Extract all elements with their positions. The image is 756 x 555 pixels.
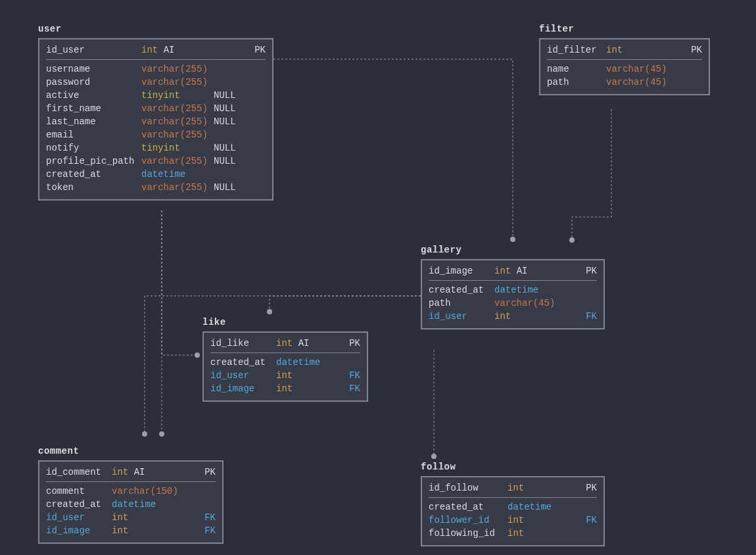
column-row: tokenvarchar(255)NULL [46, 181, 266, 194]
column-key: PK [349, 337, 360, 350]
table-box: id_likeint AIPKcreated_atdatetimeid_user… [202, 331, 368, 402]
column-key: FK [586, 310, 597, 323]
column-type: tinyint [141, 89, 214, 102]
column-row: created_atdatetime [46, 498, 216, 511]
column-name: username [46, 62, 141, 76]
column-ai: AI [293, 337, 309, 350]
column-name: id_user [46, 511, 112, 524]
column-row: passwordvarchar(255) [46, 76, 266, 89]
relation-endpoint-icon [569, 237, 575, 243]
column-name: id_filter [547, 43, 606, 57]
column-name: created_at [46, 498, 112, 511]
relation-endpoint-icon [142, 431, 147, 437]
column-type: datetime [508, 500, 567, 514]
column-row: created_atdatetime [46, 168, 266, 181]
column-key: FK [349, 369, 360, 382]
column-row: last_namevarchar(255)NULL [46, 115, 266, 128]
table-title: user [38, 22, 273, 38]
column-key: PK [586, 481, 597, 495]
table-user[interactable]: userid_userint AIPKusernamevarchar(255)p… [38, 22, 273, 201]
column-row: id_imageintFK [210, 382, 360, 395]
table-comment[interactable]: commentid_commentint AIPKcommentvarchar(… [38, 445, 224, 544]
column-name: id_user [46, 43, 141, 57]
column-row-pk: id_commentint AIPK [46, 466, 216, 479]
column-null: NULL [214, 102, 236, 115]
table-box: id_followintPKcreated_atdatetimefollower… [421, 476, 605, 546]
column-type: datetime [276, 356, 329, 369]
column-key: PK [691, 43, 702, 57]
table-like[interactable]: likeid_likeint AIPKcreated_atdatetimeid_… [202, 316, 368, 402]
column-null: NULL [214, 115, 236, 128]
column-row: usernamevarchar(255) [46, 62, 266, 76]
table-title: filter [539, 22, 710, 38]
relation-line [162, 210, 197, 355]
column-type: datetime [494, 283, 567, 297]
column-row: pathvarchar(45) [547, 76, 702, 89]
column-type: int [508, 527, 567, 540]
column-row: commentvarchar(150) [46, 485, 216, 498]
column-name: follower_id [429, 514, 508, 527]
table-box: id_imageint AIPKcreated_atdatetimepathva… [421, 259, 605, 329]
column-row: pathvarchar(45) [429, 297, 597, 310]
column-key: FK [204, 511, 216, 524]
column-ai: AI [511, 264, 527, 278]
column-type: int [494, 264, 511, 278]
column-type: varchar(255) [141, 155, 214, 168]
table-title: follow [421, 460, 605, 476]
table-title: like [202, 316, 368, 331]
table-title: gallery [421, 243, 605, 259]
column-null: NULL [214, 89, 236, 102]
column-name: first_name [46, 102, 141, 115]
table-box: id_filterintPKnamevarchar(45)pathvarchar… [539, 38, 710, 95]
column-type: varchar(45) [606, 76, 678, 89]
relation-line [572, 109, 611, 240]
column-row: profile_pic_pathvarchar(255)NULL [46, 155, 266, 168]
column-null: NULL [214, 155, 236, 168]
table-filter[interactable]: filterid_filterintPKnamevarchar(45)pathv… [539, 22, 710, 95]
column-name: active [46, 89, 141, 102]
column-row-pk: id_filterintPK [547, 43, 702, 57]
column-name: email [46, 128, 141, 141]
column-type: varchar(255) [141, 76, 214, 89]
column-type: tinyint [141, 141, 214, 155]
relation-line [270, 296, 421, 312]
column-null: NULL [214, 141, 236, 155]
column-row: id_userintFK [210, 369, 360, 382]
column-row: first_namevarchar(255)NULL [46, 102, 266, 115]
relation-endpoint-icon [510, 237, 515, 242]
table-box: id_commentint AIPKcommentvarchar(150)cre… [38, 460, 224, 544]
column-type: varchar(255) [141, 62, 214, 76]
column-row-pk: id_followintPK [429, 481, 597, 495]
column-name: id_follow [429, 481, 508, 495]
table-gallery[interactable]: galleryid_imageint AIPKcreated_atdatetim… [421, 243, 605, 329]
relation-line [273, 59, 513, 239]
column-key: FK [349, 382, 360, 395]
column-row: created_atdatetime [429, 500, 597, 514]
column-row-pk: id_likeint AIPK [210, 337, 360, 350]
column-name: profile_pic_path [46, 155, 141, 168]
column-name: created_at [210, 356, 276, 369]
column-row: id_imageintFK [46, 524, 216, 537]
column-type: varchar(255) [141, 115, 214, 128]
column-name: id_user [429, 310, 494, 323]
column-type: int [508, 514, 567, 527]
column-row: following_idint [429, 527, 597, 540]
column-key: FK [586, 514, 597, 527]
relation-endpoint-icon [431, 454, 437, 459]
column-key: PK [254, 43, 266, 57]
column-name: following_id [429, 527, 508, 540]
relation-endpoint-icon [267, 309, 272, 314]
column-type: datetime [112, 498, 184, 511]
separator [46, 481, 216, 482]
column-row: id_userintFK [46, 511, 216, 524]
column-row: follower_idintFK [429, 514, 597, 527]
column-name: comment [46, 485, 112, 498]
column-type: varchar(45) [494, 297, 567, 310]
column-name: id_user [210, 369, 276, 382]
relation-endpoint-icon [195, 352, 200, 358]
column-name: id_image [429, 264, 494, 278]
table-follow[interactable]: followid_followintPKcreated_atdatetimefo… [421, 460, 605, 546]
separator [429, 280, 597, 281]
column-type: int [508, 481, 524, 495]
column-type: int [112, 511, 184, 524]
